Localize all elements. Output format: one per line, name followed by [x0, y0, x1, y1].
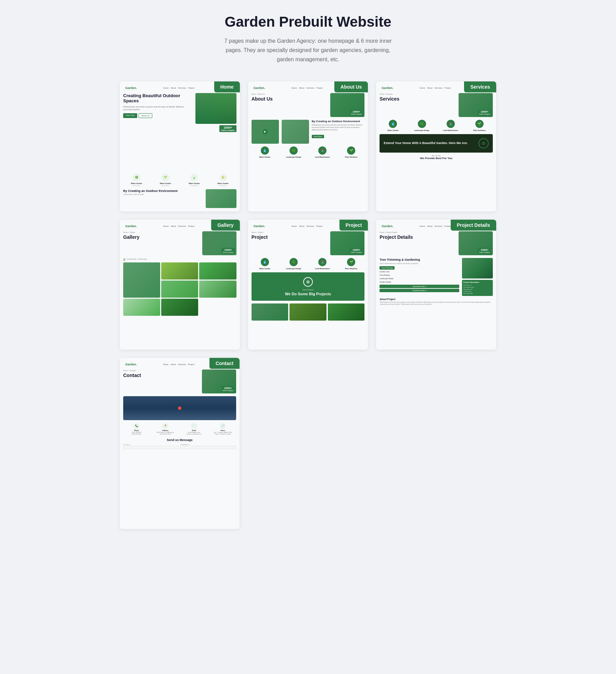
- view-now-btn[interactable]: View Now: [123, 113, 137, 118]
- proj-detail-desc: Quam malesuada niunc pretulum sed tempor…: [380, 263, 459, 265]
- service-item-3: 🍃 Water Garden Lorem ipsum: [181, 174, 207, 186]
- card-home[interactable]: Home Garden. Home About Services Project…: [120, 81, 240, 211]
- proj-landscape-img: [462, 258, 493, 278]
- card-label-about: About Us: [334, 81, 368, 92]
- service-item-4: 🌾 Water Garden Lorem ipsum: [210, 174, 236, 186]
- service-label-3: Water Garden: [181, 182, 207, 184]
- hero-section-home: Creating Beautiful Outdoor Spaces Pellen…: [123, 93, 236, 171]
- contact-content: Garden. Home About Services Project Cont…: [120, 358, 240, 529]
- services-hero: Home > Services Services 1000+ Online Co…: [380, 93, 493, 117]
- about-svc-icon-3: ✂️: [318, 146, 326, 155]
- service-desc-3: Lorem ipsum: [181, 185, 207, 186]
- svc-item-2: 🌿 Landscape Design: [409, 120, 435, 131]
- project-badge: 1000+ Online Complete: [350, 248, 363, 254]
- badge-text: Online Complete: [221, 129, 235, 131]
- gallery-badge-number: 1000+: [223, 248, 234, 251]
- page-title: Garden Prebuilt Website: [7, 14, 609, 30]
- gallery-filter-row: All Gardening Flowering: [123, 258, 236, 260]
- pd-nav-1: Home: [420, 225, 425, 227]
- page-header: Garden Prebuilt Website 7 pages make up …: [7, 14, 609, 64]
- project-imgs: [252, 303, 365, 321]
- svc-label-1: Water Garden: [380, 129, 406, 131]
- proj-info-box: Project Information Work Type: LT Landsc…: [462, 280, 493, 296]
- download-btn-1[interactable]: Download Index 1: [380, 285, 459, 288]
- card-contact[interactable]: Contact Garden. Home About Services Proj…: [120, 358, 240, 529]
- proj-svc-icon-4: 🌱: [347, 258, 355, 266]
- about-svc-label-4: Plant Solutions: [338, 156, 364, 158]
- contact-breadcrumb: Home > Contact: [123, 370, 199, 372]
- pd-badge-text: Online Complete: [479, 251, 490, 253]
- ct-badge-number: 1000+: [222, 387, 233, 390]
- projdetails-right: Project Information Work Type: LT Landsc…: [462, 258, 493, 296]
- mini-logo-home: Garden.: [125, 86, 137, 90]
- contact-badge: 1000+ Online Complete: [221, 386, 235, 392]
- about-col-img-1: ▶: [252, 120, 279, 144]
- download-btn-2[interactable]: Download Index A: [380, 289, 459, 292]
- filter-all[interactable]: All: [123, 258, 126, 260]
- mini-logo-projdetails: Garden.: [382, 224, 393, 228]
- about-col-text: By Creating an Outdoor Environment Pelle…: [312, 120, 365, 144]
- read-more-btn[interactable]: Read More: [312, 135, 324, 138]
- project-green-banner: ✿ Some Projects We Do Some Big Projects: [252, 272, 365, 301]
- card-about[interactable]: About Us Garden. Home About Services Pro…: [248, 81, 368, 211]
- service-desc-2: Lorem ipsum: [152, 185, 179, 186]
- service-item-1: 🌿 Water Garden Lorem ipsum: [123, 174, 150, 186]
- card-services[interactable]: Services Garden. Home About Services Pro…: [376, 81, 496, 211]
- project-content: Garden. Home About Services Project Cont…: [248, 220, 368, 350]
- card-label-gallery: Gallery: [211, 220, 240, 231]
- project-badge-number: 1000+: [351, 248, 362, 251]
- hours-icon: 🕐: [220, 423, 226, 429]
- contact-info-row: 📞 Phone (267) 333-0224 (268) 456-0242 📍 …: [123, 423, 236, 435]
- about-us-btn[interactable]: About Us: [139, 113, 153, 118]
- home-content: Garden. Home About Services Project Cont…: [120, 81, 240, 211]
- proj-svc-4: 🌱 Plant Solutions: [338, 258, 364, 270]
- card-inner-project: Garden. Home About Services Project Cont…: [248, 220, 368, 350]
- card-inner-gallery: Garden. Home About Services Project Cont…: [120, 220, 240, 350]
- card-project-details[interactable]: Project Details Garden. Home About Servi…: [376, 220, 496, 350]
- form-input-name[interactable]: [123, 446, 179, 449]
- card-gallery[interactable]: Gallery Garden. Home About Services Proj…: [120, 220, 240, 350]
- bottom-subtitle-home: Lorem ipsum dolor sit amet: [123, 193, 203, 195]
- svc-nav-4: Project: [445, 87, 451, 89]
- svc-item-4: 🌱 Plant Solutions: [466, 120, 493, 131]
- svc-services-row: 💧 Water Garden 🌿 Landscape Design ✂️ Lan…: [380, 120, 493, 131]
- about-nav-1: Home: [291, 87, 297, 89]
- form-input-email[interactable]: [180, 446, 236, 449]
- about-badge-number: 1000+: [351, 110, 362, 113]
- service-desc-4: Lorem ipsum: [210, 185, 236, 186]
- proj-svc-icon-2: 🌿: [290, 258, 298, 266]
- service-desc-1: Lorem ipsum: [123, 185, 150, 186]
- contact-form-title: Send us Message: [123, 438, 236, 442]
- proj-nav-3: Services: [306, 225, 314, 227]
- hero-title-home: Creating Beautiful Outdoor Spaces: [123, 93, 193, 104]
- pd-nav-3: Services: [435, 225, 442, 227]
- about-nav-3: Services: [306, 87, 314, 89]
- ct-nav-2: About: [170, 363, 176, 365]
- projdetails-text-section: Home > Project Details Project Details: [380, 231, 456, 241]
- proj-tag-5: Garden Design: [380, 281, 459, 283]
- about-proj-title: About Project: [380, 298, 493, 300]
- gallery-badge: 1000+ Online Complete: [221, 248, 235, 254]
- email-icon: ✉️: [191, 423, 197, 429]
- filter-gardening[interactable]: Gardening: [127, 258, 137, 260]
- water-garden-icon-2: 🌱: [162, 174, 169, 181]
- about-heading: About Us: [252, 96, 328, 102]
- proj-svc-label-1: Water Garden: [252, 268, 278, 270]
- ct-nav-1: Home: [163, 363, 168, 365]
- about-hero: Home > About Us About Us 1000+ Online Co…: [252, 93, 365, 117]
- mini-logo-services: Garden.: [382, 86, 393, 90]
- card-project[interactable]: Project Garden. Home About Services Proj…: [248, 220, 368, 350]
- filter-flowering[interactable]: Flowering: [138, 258, 147, 260]
- proj-svc-label-2: Landscape Design: [280, 268, 307, 270]
- hero-btns-home: View Now About Us: [123, 113, 193, 118]
- proj-info-4: 27 May 2023: [463, 290, 491, 292]
- gallery-content: Garden. Home About Services Project Cont…: [120, 220, 240, 350]
- ct-nav-4: Project: [188, 363, 194, 365]
- play-button-icon[interactable]: ▶: [262, 129, 268, 134]
- proj-tag-list: Tree Trimming Garden Care Tree Planting …: [380, 266, 459, 283]
- proj-nav-2: About: [299, 225, 304, 227]
- proj-svc-label-4: Plant Solutions: [338, 268, 364, 270]
- mini-nav-links-home: Home About Services Project: [163, 87, 194, 89]
- svc-badge-text: Online Complete: [479, 113, 490, 115]
- proj-info-title: Project Information: [463, 281, 491, 283]
